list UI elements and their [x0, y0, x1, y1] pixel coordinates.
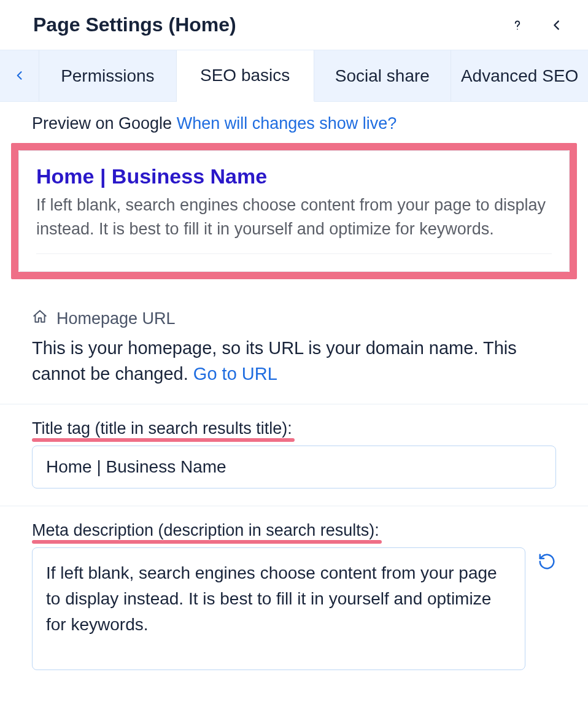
meta-description-section: Meta description (description in search …: [0, 506, 588, 687]
google-preview-card: Home | Business Name If left blank, sear…: [18, 150, 570, 272]
tab-advanced-seo[interactable]: Advanced SEO: [451, 50, 588, 101]
header-actions: [509, 17, 563, 33]
preview-label: Preview on Google: [32, 114, 172, 133]
preview-help-link[interactable]: When will changes show live?: [177, 114, 397, 133]
tabs-back-button[interactable]: [0, 50, 39, 101]
tab-seo-basics[interactable]: SEO basics: [177, 50, 314, 102]
preview-highlight-frame: Home | Business Name If left blank, sear…: [11, 143, 577, 279]
homepage-url-label: Homepage URL: [56, 309, 176, 328]
svg-point-0: [517, 28, 518, 29]
title-tag-section: Title tag (title in search results title…: [0, 404, 588, 506]
tab-permissions[interactable]: Permissions: [39, 50, 177, 101]
title-tag-label: Title tag (title in search results title…: [32, 419, 292, 438]
go-to-url-link[interactable]: Go to URL: [193, 364, 277, 384]
tab-social-share[interactable]: Social share: [314, 50, 452, 101]
homepage-url-section: Homepage URL This is your homepage, so i…: [0, 295, 588, 404]
preview-label-row: Preview on Google When will changes show…: [0, 102, 588, 143]
page-title: Page Settings (Home): [33, 14, 509, 36]
homepage-url-description: This is your homepage, so its URL is you…: [32, 335, 556, 387]
highlight-underline: [32, 540, 382, 544]
home-icon: [32, 309, 48, 329]
tabs: Permissions SEO basics Social share Adva…: [0, 50, 588, 102]
panel-header: Page Settings (Home): [0, 0, 588, 50]
meta-description-label: Meta description (description in search …: [32, 521, 379, 540]
title-tag-input[interactable]: [32, 446, 556, 488]
reset-icon[interactable]: [538, 547, 556, 573]
meta-description-textarea[interactable]: [32, 547, 525, 670]
highlight-underline: [32, 438, 295, 442]
preview-description: If left blank, search engines choose con…: [36, 193, 552, 254]
help-icon[interactable]: [509, 17, 525, 33]
chevron-left-icon[interactable]: [550, 18, 563, 32]
preview-title: Home | Business Name: [36, 164, 552, 188]
